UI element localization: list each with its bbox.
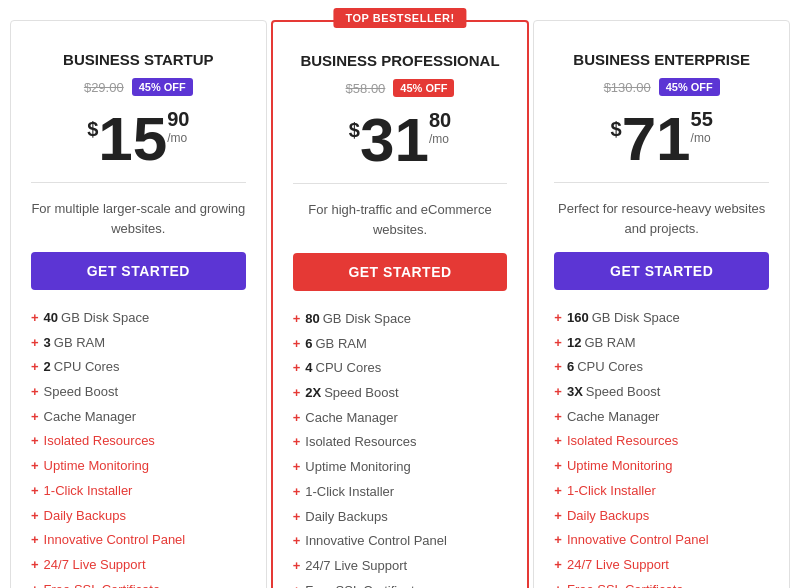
original-price-startup: $29.00 bbox=[84, 80, 124, 95]
price-main-professional: 31 bbox=[360, 109, 429, 171]
plus-icon: + bbox=[293, 406, 301, 431]
feature-item: +Uptime Monitoring bbox=[31, 454, 246, 479]
feature-text: Uptime Monitoring bbox=[567, 454, 673, 479]
feature-item: +Speed Boost bbox=[31, 380, 246, 405]
feature-text: CPU Cores bbox=[577, 355, 643, 380]
feature-bold: 6 bbox=[305, 332, 312, 357]
features-list-enterprise: +160 GB Disk Space +12 GB RAM +6 CPU Cor… bbox=[554, 306, 769, 588]
price-dollar-professional: $ bbox=[349, 119, 360, 142]
feature-item: +Isolated Resources bbox=[554, 429, 769, 454]
price-row-enterprise: $130.00 45% OFF bbox=[554, 78, 769, 96]
features-list-professional: +80 GB Disk Space +6 GB RAM +4 CPU Cores… bbox=[293, 307, 508, 588]
price-dollar-enterprise: $ bbox=[611, 118, 622, 141]
feature-text: GB RAM bbox=[316, 332, 367, 357]
feature-text: Daily Backups bbox=[44, 504, 126, 529]
feature-item: +Uptime Monitoring bbox=[293, 455, 508, 480]
price-mo-enterprise: /mo bbox=[691, 131, 713, 145]
cta-button-professional[interactable]: GET STARTED bbox=[293, 253, 508, 291]
feature-text: Free SSL Certificate bbox=[305, 579, 422, 588]
plus-icon: + bbox=[293, 332, 301, 357]
plus-icon: + bbox=[293, 529, 301, 554]
feature-text: Speed Boost bbox=[586, 380, 660, 405]
plus-icon: + bbox=[293, 505, 301, 530]
feature-item: +40 GB Disk Space bbox=[31, 306, 246, 331]
feature-text: GB RAM bbox=[54, 331, 105, 356]
plus-icon: + bbox=[554, 306, 562, 331]
plus-icon: + bbox=[293, 430, 301, 455]
plus-icon: + bbox=[554, 528, 562, 553]
feature-text: 1-Click Installer bbox=[305, 480, 394, 505]
feature-bold: 4 bbox=[305, 356, 312, 381]
original-price-professional: $58.00 bbox=[346, 81, 386, 96]
feature-text: 24/7 Live Support bbox=[44, 553, 146, 578]
feature-text: Isolated Resources bbox=[567, 429, 678, 454]
feature-bold: 2 bbox=[44, 355, 51, 380]
plus-icon: + bbox=[31, 553, 39, 578]
plus-icon: + bbox=[293, 579, 301, 588]
plus-icon: + bbox=[554, 578, 562, 588]
plus-icon: + bbox=[554, 504, 562, 529]
divider-startup bbox=[31, 182, 246, 183]
plus-icon: + bbox=[31, 504, 39, 529]
plan-desc-professional: For high-traffic and eCommerce websites. bbox=[293, 200, 508, 239]
feature-item: +160 GB Disk Space bbox=[554, 306, 769, 331]
price-display-professional: $ 31 80 /mo bbox=[293, 109, 508, 171]
feature-text: Free SSL Certificate bbox=[567, 578, 684, 588]
feature-bold: 3 bbox=[44, 331, 51, 356]
plus-icon: + bbox=[31, 479, 39, 504]
cta-button-startup[interactable]: GET STARTED bbox=[31, 252, 246, 290]
feature-item: +Daily Backups bbox=[554, 504, 769, 529]
feature-item: +3X Speed Boost bbox=[554, 380, 769, 405]
feature-text: Uptime Monitoring bbox=[305, 455, 411, 480]
price-cents-professional: 80 bbox=[429, 109, 451, 132]
feature-bold: 2X bbox=[305, 381, 321, 406]
feature-text: Isolated Resources bbox=[44, 429, 155, 454]
plus-icon: + bbox=[554, 380, 562, 405]
feature-text: Speed Boost bbox=[324, 381, 398, 406]
price-row-professional: $58.00 45% OFF bbox=[293, 79, 508, 97]
feature-text: Cache Manager bbox=[305, 406, 398, 431]
price-mo-startup: /mo bbox=[167, 131, 189, 145]
plus-icon: + bbox=[31, 578, 39, 588]
feature-item: +3 GB RAM bbox=[31, 331, 246, 356]
feature-item: +Uptime Monitoring bbox=[554, 454, 769, 479]
plan-card-enterprise: BUSINESS ENTERPRISE $130.00 45% OFF $ 71… bbox=[533, 20, 790, 588]
plus-icon: + bbox=[31, 380, 39, 405]
plus-icon: + bbox=[554, 405, 562, 430]
feature-item: +12 GB RAM bbox=[554, 331, 769, 356]
plus-icon: + bbox=[31, 454, 39, 479]
plus-icon: + bbox=[554, 454, 562, 479]
price-cents-mo-startup: 90 /mo bbox=[167, 108, 189, 151]
feature-text: Cache Manager bbox=[44, 405, 137, 430]
feature-item: +Isolated Resources bbox=[293, 430, 508, 455]
feature-text: Innovative Control Panel bbox=[567, 528, 709, 553]
feature-item: +Daily Backups bbox=[31, 504, 246, 529]
price-main-enterprise: 71 bbox=[622, 108, 691, 170]
price-mo-professional: /mo bbox=[429, 132, 451, 146]
plus-icon: + bbox=[554, 429, 562, 454]
feature-item: +2X Speed Boost bbox=[293, 381, 508, 406]
feature-text: GB Disk Space bbox=[592, 306, 680, 331]
cta-button-enterprise[interactable]: GET STARTED bbox=[554, 252, 769, 290]
feature-item: +Free SSL Certificate bbox=[293, 579, 508, 588]
feature-text: Uptime Monitoring bbox=[44, 454, 150, 479]
price-main-startup: 15 bbox=[98, 108, 167, 170]
plus-icon: + bbox=[293, 356, 301, 381]
feature-item: +Cache Manager bbox=[31, 405, 246, 430]
feature-text: Cache Manager bbox=[567, 405, 660, 430]
feature-text: CPU Cores bbox=[54, 355, 120, 380]
plus-icon: + bbox=[31, 528, 39, 553]
plus-icon: + bbox=[554, 553, 562, 578]
pricing-container: BUSINESS STARTUP $29.00 45% OFF $ 15 90 … bbox=[10, 20, 790, 588]
plan-name-professional: BUSINESS PROFESSIONAL bbox=[293, 52, 508, 69]
plus-icon: + bbox=[554, 355, 562, 380]
feature-item: +Innovative Control Panel bbox=[31, 528, 246, 553]
feature-item: +Innovative Control Panel bbox=[293, 529, 508, 554]
features-list-startup: +40 GB Disk Space +3 GB RAM +2 CPU Cores… bbox=[31, 306, 246, 588]
plus-icon: + bbox=[293, 480, 301, 505]
feature-item: +Free SSL Certificate bbox=[31, 578, 246, 588]
divider-enterprise bbox=[554, 182, 769, 183]
plus-icon: + bbox=[554, 331, 562, 356]
divider-professional bbox=[293, 183, 508, 184]
plus-icon: + bbox=[293, 455, 301, 480]
